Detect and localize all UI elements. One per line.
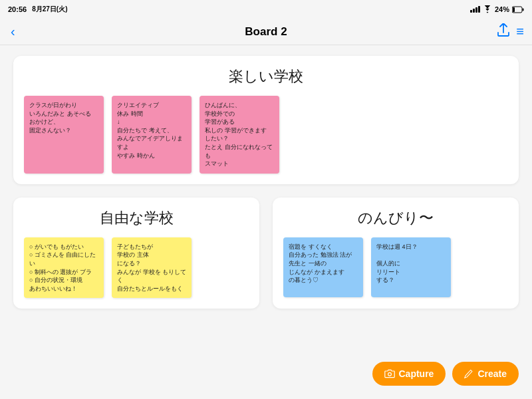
main-content: 楽しい学校 クラスが日がわり いろんだみと あそべる おかけど、 固定さんない？… [0,45,532,399]
bottom-row: 自由な学校 ○ がいでも もがたい ○ ゴミさんを 自由にしたい ○ 制科への … [13,198,519,323]
edit-icon [464,369,473,378]
section-title-fun-school: 楽しい学校 [24,66,508,86]
sticky-note[interactable]: ○ がいでも もがたい ○ ゴミさんを 自由にしたい ○ 制科への 選抜が ブラ… [24,237,104,299]
toolbar-actions: ≡ [497,23,524,40]
status-bar: 20:56 8月27日(火) 24% [0,0,532,19]
section-fun-school: 楽しい学校 クラスが日がわり いろんだみと あそべる おかけど、 固定さんない？… [13,56,519,184]
section-title-relaxed-school: のんびり〜 [283,208,508,228]
battery-level: 24% [495,5,509,13]
section-title-free-school: 自由な学校 [24,208,249,228]
section-free-school: 自由な学校 ○ がいでも もがたい ○ ゴミさんを 自由にしたい ○ 制科への … [13,198,259,309]
sticky-note[interactable]: クリエイティブ 休み 時間 ↓ 自分たちで 考えて、 みんなでアイデアしりますよ… [112,96,192,174]
status-right: 24% [470,5,524,13]
capture-button[interactable]: Capture [372,362,446,386]
wifi-icon [483,5,492,13]
sticky-note[interactable]: 子どもたちが 学校の 主体 になる？ みんなが 学校を もりしてく 自分たちとル… [112,237,192,299]
sticky-note[interactable]: 宿題を すくなく 自分あった 勉強法 法が 先生と 一緒の じんなが かまえます… [283,237,363,297]
share-icon[interactable] [497,23,509,40]
page-title: Board 2 [245,25,287,39]
time: 20:56 [8,5,27,13]
svg-rect-2 [513,7,515,12]
back-button[interactable]: ‹ [11,24,15,39]
battery-icon [512,6,524,13]
date: 8月27日(火) [32,5,67,14]
section-relaxed-school: のんびり〜 宿題を すくなく 自分あった 勉強法 法が 先生と 一緒の じんなが… [273,198,519,309]
menu-icon[interactable]: ≡ [516,24,524,39]
camera-icon [384,369,395,378]
create-button[interactable]: Create [452,362,519,386]
status-left: 20:56 8月27日(火) [8,5,68,14]
toolbar: ‹ Board 2 ≡ [0,19,532,45]
svg-rect-1 [523,8,524,11]
sticky-note[interactable]: クラスが日がわり いろんだみと あそべる おかけど、 固定さんない？ [24,96,104,174]
svg-point-3 [388,372,391,376]
notes-row-relaxed-school: 宿題を すくなく 自分あった 勉強法 法が 先生と 一緒の じんなが かまえます… [283,237,508,297]
signal-icon [470,6,480,13]
fab-buttons: Capture Create [372,362,519,386]
notes-row-free-school: ○ がいでも もがたい ○ ゴミさんを 自由にしたい ○ 制科への 選抜が ブラ… [24,237,249,299]
notes-row-fun-school: クラスが日がわり いろんだみと あそべる おかけど、 固定さんない？ クリエイテ… [24,96,508,174]
sticky-note[interactable]: ひんぱんに、 学校外での 学習がある 私しの 学習ができます したい？ たとえ … [200,96,279,174]
sticky-note[interactable]: 学校は週 4日？ 個人的に リリート する？ [371,237,451,297]
